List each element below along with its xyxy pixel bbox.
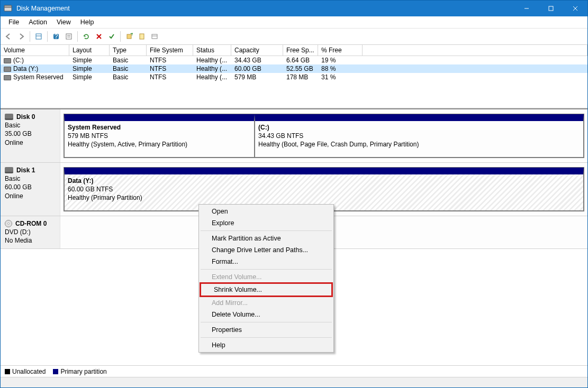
partition[interactable]: (C:)34.43 GB NTFSHealthy (Boot, Page Fil… [255, 114, 584, 158]
app-icon [4, 4, 12, 13]
legend-primary: Primary partition [60, 368, 106, 375]
toolbar-list-icon[interactable] [63, 31, 75, 42]
svg-text:+: + [130, 33, 133, 38]
volume-table: Volume Layout Type File System Status Ca… [1, 45, 587, 108]
toolbar-settings-icon[interactable] [149, 31, 160, 42]
menu-bar: File Action View Help [1, 16, 587, 29]
context-menu-item[interactable]: Delete Volume... [199, 309, 333, 320]
header-status[interactable]: Status [193, 45, 231, 56]
title-bar: Disk Management [1, 1, 587, 16]
maximize-button[interactable] [539, 1, 563, 16]
toolbar-check-icon[interactable] [106, 31, 117, 42]
context-menu-item[interactable]: Help [199, 339, 333, 351]
context-menu-item[interactable]: Mark Partition as Active [199, 233, 333, 244]
table-row[interactable]: Data (Y:)SimpleBasicNTFSHealthy (...60.0… [1, 64, 587, 73]
context-menu-item[interactable]: Shrink Volume... [201, 284, 331, 295]
context-menu: OpenExploreMark Partition as ActiveChang… [198, 204, 334, 353]
volume-icon [4, 67, 11, 72]
svg-rect-18 [152, 34, 157, 39]
svg-rect-3 [549, 6, 553, 11]
header-layout[interactable]: Layout [69, 45, 110, 56]
context-menu-separator [201, 337, 332, 338]
svg-rect-1 [4, 5, 12, 7]
context-menu-item[interactable]: Open [199, 206, 333, 217]
context-menu-separator [201, 269, 332, 270]
context-menu-item: Add Mirror... [199, 297, 333, 309]
svg-rect-10 [66, 34, 71, 39]
cd-icon [5, 220, 12, 227]
toolbar-properties-icon[interactable] [136, 31, 148, 42]
svg-rect-6 [36, 34, 41, 39]
disk-icon [5, 114, 13, 120]
header-type[interactable]: Type [110, 45, 147, 56]
toolbar-refresh-icon[interactable] [80, 31, 92, 42]
context-menu-highlight: Shrink Volume... [200, 282, 333, 297]
forward-button[interactable] [15, 31, 27, 42]
status-bar [1, 377, 587, 387]
context-menu-item[interactable]: Properties [199, 324, 333, 336]
toolbar-delete-icon[interactable] [93, 31, 105, 42]
legend: Unallocated Primary partition [1, 365, 587, 377]
context-menu-separator [201, 230, 332, 231]
minimize-button[interactable] [514, 1, 539, 16]
menu-file[interactable]: File [4, 17, 24, 27]
header-free[interactable]: Free Sp... [283, 45, 318, 56]
header-volume[interactable]: Volume [1, 45, 69, 56]
context-menu-item: Extend Volume... [199, 271, 333, 283]
partition[interactable]: System Reserved579 MB NTFSHealthy (Syste… [64, 114, 255, 158]
menu-action[interactable]: Action [24, 17, 52, 27]
toolbar: ? + [1, 29, 587, 45]
menu-view[interactable]: View [52, 17, 76, 27]
table-header: Volume Layout Type File System Status Ca… [1, 45, 587, 56]
window-title: Disk Management [16, 5, 514, 12]
header-pct[interactable]: % Free [318, 45, 363, 56]
disk-row: Disk 0Basic35.00 GBOnlineSystem Reserved… [1, 109, 587, 163]
context-menu-item[interactable]: Explore [199, 217, 333, 229]
help-icon[interactable]: ? [50, 31, 62, 42]
context-menu-separator [201, 322, 332, 322]
context-menu-item[interactable]: Format... [199, 256, 333, 267]
context-menu-item[interactable]: Change Drive Letter and Paths... [199, 244, 333, 256]
back-button[interactable] [3, 31, 14, 42]
disk-icon [5, 167, 13, 173]
volume-icon [4, 75, 11, 80]
table-row[interactable]: System ReservedSimpleBasicNTFSHealthy (.… [1, 73, 587, 81]
toolbar-new-icon[interactable]: + [123, 31, 135, 42]
header-fs[interactable]: File System [147, 45, 193, 56]
volume-icon [4, 58, 11, 63]
menu-help[interactable]: Help [76, 17, 99, 27]
close-button[interactable] [563, 1, 587, 16]
legend-unallocated: Unallocated [12, 368, 46, 375]
svg-text:?: ? [55, 33, 58, 40]
toolbar-rescan-icon[interactable] [33, 31, 44, 42]
svg-rect-17 [140, 34, 144, 39]
header-capacity[interactable]: Capacity [231, 45, 283, 56]
table-row[interactable]: (C:)SimpleBasicNTFSHealthy (...34.43 GB6… [1, 56, 587, 64]
